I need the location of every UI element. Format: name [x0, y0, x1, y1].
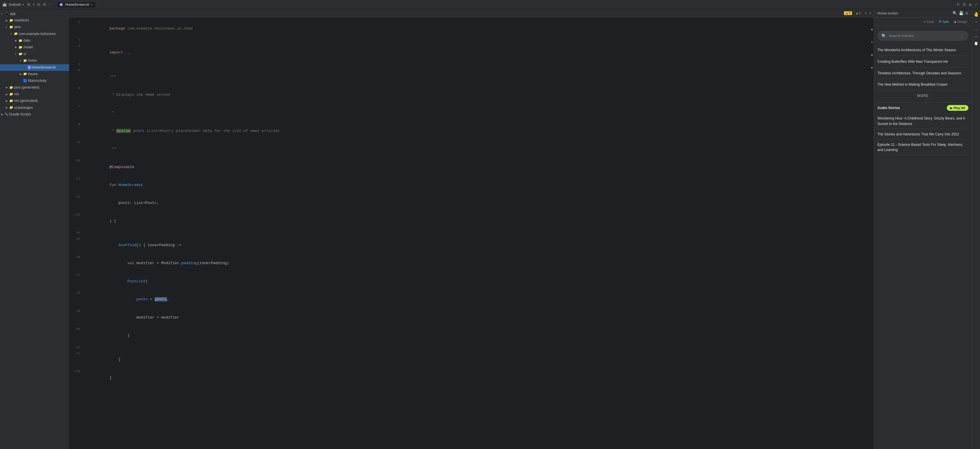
- sidebar-item-mainactivity[interactable]: 🟦 MainActivity: [0, 78, 69, 84]
- arrow-package: ▾: [10, 32, 14, 36]
- close-top-icon[interactable]: −: [49, 2, 51, 6]
- sidebar-item-ui-packages[interactable]: ▶ 📁 ui-packages: [0, 104, 69, 111]
- fold-btn-5[interactable]: ▸: [76, 68, 78, 72]
- collapse-icon[interactable]: ∨: [869, 11, 871, 15]
- preview-panel-title: Home screen: [877, 11, 898, 15]
- article-item-2[interactable]: Creating Butterflies With New Transparen…: [877, 56, 969, 67]
- code-line-6: 6 * Displays the Home screen: [69, 86, 874, 104]
- sidebar-item-ui[interactable]: ▾ 📁 ui: [0, 51, 69, 57]
- fold-btn-13[interactable]: ▸: [74, 213, 75, 217]
- sidebar-item-package[interactable]: ▾ 📁 com.example.hellonews: [0, 31, 69, 37]
- preview-save-icon[interactable]: 💾: [959, 11, 964, 15]
- gutter-9: ▸ 9: [69, 140, 82, 145]
- preview-search-icon[interactable]: 🔍: [953, 11, 957, 15]
- view-mode-split[interactable]: ⊟ Split: [936, 19, 951, 24]
- sidebar-item-res[interactable]: ▶ 📁 res: [0, 91, 69, 97]
- audio-item-1[interactable]: Wondering Hour: A Childhood Story, Grizz…: [877, 113, 969, 129]
- audio-item-3[interactable]: Episode 11 - Science Based Tools For Sle…: [877, 139, 969, 155]
- code-text-6: * Displays the Home screen: [82, 86, 865, 104]
- comment-open: /**: [110, 75, 116, 79]
- code-text-13: ) {: [82, 213, 865, 230]
- line-num-15: 15: [76, 236, 80, 241]
- zoom-in-icon[interactable]: +: [975, 19, 978, 25]
- gutter-4: 4: [69, 62, 82, 67]
- view-mode-design[interactable]: ◪ Design: [951, 19, 970, 24]
- folder-icon-home: 📁: [23, 58, 27, 63]
- scaffold-params: () { innerPadding ->: [136, 243, 181, 248]
- zoom-out-icon[interactable]: −: [975, 27, 978, 32]
- grid-icon[interactable]: ⊞: [27, 2, 30, 6]
- sidebar-item-model[interactable]: ▶ 📁 model: [0, 44, 69, 51]
- gutter-18: 18: [69, 291, 82, 296]
- sidebar-item-theme[interactable]: ▶ 📁 theme: [0, 71, 69, 78]
- code-line-10: 10 @Composable: [69, 158, 874, 176]
- article-item-4[interactable]: The New Method to Making Breakfast Crepe…: [877, 79, 969, 90]
- sidebar-item-gradle[interactable]: ▶ 🔧 Gradle Scripts: [0, 111, 69, 118]
- search-box[interactable]: 🔍 Search Articles ⋮: [877, 31, 969, 41]
- arrow-res: ▶: [6, 92, 9, 96]
- layout-icon[interactable]: ⊟: [963, 2, 966, 6]
- view-mode-code[interactable]: ≡ Code: [921, 19, 937, 24]
- param-modifier: modifier = modifier: [110, 315, 180, 320]
- folder-icon-java: 📁: [9, 25, 13, 30]
- list-icon[interactable]: ≡: [33, 2, 35, 6]
- code-line-21: 21: [69, 345, 874, 351]
- clipboard-icon[interactable]: 📋: [974, 41, 979, 46]
- code-text-3: import ...: [82, 44, 865, 62]
- article-title-2: Creating Butterflies With New Transparen…: [877, 59, 948, 64]
- articles-list: The Wonderful Architectures of This Wint…: [874, 43, 972, 102]
- code-text-23: }: [82, 369, 865, 387]
- fold-btn-9[interactable]: ▸: [76, 141, 78, 145]
- refresh-icon[interactable]: ↻: [956, 2, 960, 6]
- code-line-11: 11 fun HomeScreen(: [69, 176, 874, 194]
- hand-tool-icon[interactable]: 🤚: [974, 11, 979, 17]
- folder-icon-res: 📁: [9, 92, 13, 97]
- fold-btn-23[interactable]: ▸: [74, 369, 75, 374]
- arrow-ui-packages: ▶: [6, 105, 9, 110]
- sidebar-label-package: com.example.hellonews: [19, 31, 56, 37]
- sidebar-item-home[interactable]: ▾ 📁 home: [0, 57, 69, 64]
- top-bar-icons: ⊞ ≡ ⊟ ⚙ −: [27, 2, 51, 6]
- line-num-3: 3: [78, 44, 80, 49]
- preview-top-bar: Home screen 🔍 💾 ⊞: [874, 9, 972, 18]
- line-num-12: 12: [76, 194, 80, 200]
- sidebar-item-data[interactable]: ▶ 📁 data: [0, 37, 69, 44]
- tab-close-btn[interactable]: ×: [91, 3, 93, 6]
- code-text-5: /**: [82, 68, 865, 86]
- arrow-data: ▶: [15, 38, 19, 43]
- fit-size-icon[interactable]: 1:1: [974, 34, 978, 38]
- audio-item-2[interactable]: The Stories and Adventures That We Carry…: [877, 129, 969, 139]
- dropdown-arrow[interactable]: ▾: [22, 3, 24, 6]
- more-button[interactable]: MORE: [877, 90, 969, 101]
- expand-icon[interactable]: ∧: [864, 11, 867, 15]
- arrow-java-gen: ▶: [6, 85, 9, 89]
- search-more-icon[interactable]: ⋮: [960, 33, 964, 38]
- settings-icon[interactable]: ⚙: [43, 2, 46, 6]
- sidebar-item-manifests[interactable]: ▶ 📁 manifests: [0, 17, 69, 24]
- code-content[interactable]: 1 package com.example.hellonews.ui.home …: [69, 18, 874, 449]
- file-tab-homescreen[interactable]: K HomeScreen.kt ×: [57, 2, 96, 8]
- preview-expand-icon[interactable]: ⊞: [965, 11, 969, 15]
- gutter-6: 6: [69, 86, 82, 91]
- error-badge[interactable]: ▲ 1: [854, 11, 862, 15]
- play-all-button[interactable]: ▶ Play All: [947, 105, 969, 111]
- warning-badge[interactable]: ▲ 5: [844, 11, 852, 15]
- tab-filename: HomeScreen.kt: [65, 3, 89, 6]
- article-item-1[interactable]: The Wonderful Architectures of This Wint…: [877, 44, 969, 56]
- code-line-3: 3 import ...: [69, 44, 874, 62]
- close-params: ) {: [110, 219, 116, 223]
- compose-icon[interactable]: ◈: [969, 2, 972, 6]
- sidebar-item-java[interactable]: ▾ 📁 java: [0, 24, 69, 30]
- sidebar-item-app[interactable]: ▾ 📱 app: [0, 10, 69, 17]
- article-item-3[interactable]: Timeless Architecture, Through Decades a…: [877, 67, 969, 79]
- preview-content-area: 🔍 Search Articles ⋮ The Wonderful Archit…: [874, 26, 972, 449]
- sidebar-item-res-gen[interactable]: ▶ 📁 res (generated): [0, 97, 69, 104]
- gutter-10: 10: [69, 158, 82, 163]
- filter-icon[interactable]: ⊟: [37, 2, 40, 6]
- sidebar-item-homescreen[interactable]: K HomeScreen.kt: [0, 64, 69, 71]
- line-num-18: 18: [76, 291, 80, 296]
- line-num-11: 11: [76, 176, 80, 181]
- sidebar-item-java-gen[interactable]: ▶ 📁 java (generated): [0, 84, 69, 91]
- code-line-4: 4: [69, 62, 874, 68]
- code-text-18: posts = posts,: [82, 291, 865, 308]
